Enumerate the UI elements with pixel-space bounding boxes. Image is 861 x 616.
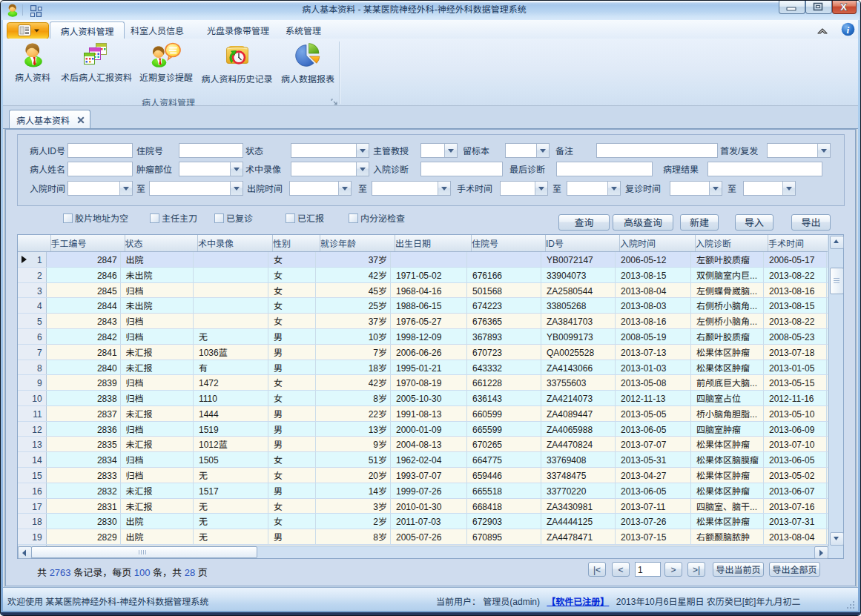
svg-text:X: X [840,1,847,13]
svg-text:i: i [847,24,850,36]
